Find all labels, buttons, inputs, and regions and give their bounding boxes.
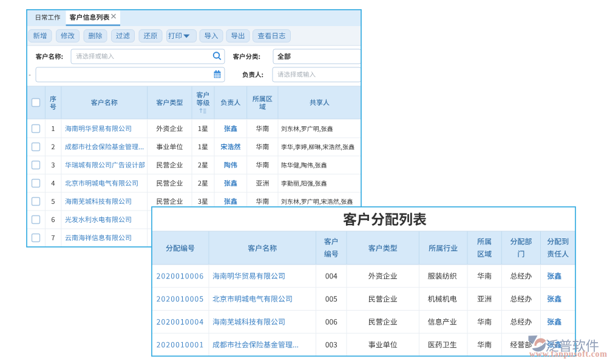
svg-text:www.fanpusoft.com: www.fanpusoft.com bbox=[529, 349, 607, 359]
